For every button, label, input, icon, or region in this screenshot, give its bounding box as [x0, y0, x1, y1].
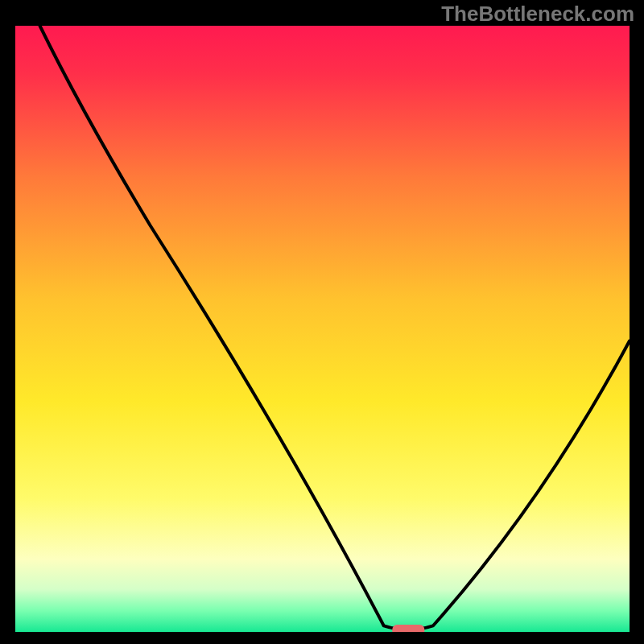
- watermark-text: TheBottleneck.com: [441, 2, 634, 27]
- bottleneck-chart: [0, 0, 644, 644]
- plot-border-bottom: [0, 632, 644, 644]
- chart-container: TheBottleneck.com: [0, 0, 644, 644]
- plot-border-right: [630, 0, 644, 644]
- plot-border-left: [0, 0, 15, 644]
- plot-background: [15, 26, 630, 632]
